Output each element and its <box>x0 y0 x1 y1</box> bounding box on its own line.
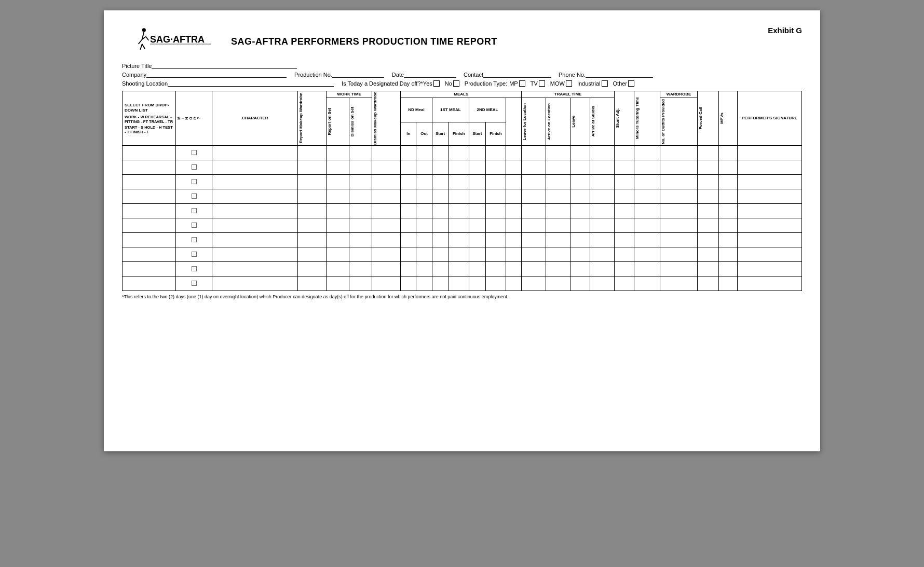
table-cell[interactable] <box>372 145 401 160</box>
table-cell[interactable] <box>634 232 660 247</box>
table-cell[interactable] <box>298 232 327 247</box>
table-cell[interactable] <box>176 145 212 160</box>
table-cell[interactable] <box>614 247 634 261</box>
table-cell[interactable] <box>449 261 469 276</box>
company-input[interactable] <box>146 71 287 78</box>
table-cell[interactable] <box>546 247 570 261</box>
table-cell[interactable] <box>546 145 570 160</box>
table-cell[interactable] <box>469 276 485 291</box>
table-cell[interactable] <box>546 203 570 218</box>
table-cell[interactable] <box>738 174 802 189</box>
table-cell[interactable] <box>698 232 719 247</box>
table-cell[interactable] <box>522 174 546 189</box>
table-cell[interactable] <box>719 247 738 261</box>
table-cell[interactable] <box>570 232 590 247</box>
table-cell[interactable] <box>212 232 298 247</box>
table-cell[interactable] <box>401 174 416 189</box>
table-cell[interactable] <box>738 247 802 261</box>
table-cell[interactable] <box>698 160 719 174</box>
table-cell[interactable] <box>738 189 802 203</box>
table-cell[interactable] <box>698 218 719 232</box>
table-cell[interactable] <box>349 189 372 203</box>
table-cell[interactable] <box>506 174 522 189</box>
table-cell[interactable] <box>570 247 590 261</box>
table-cell[interactable] <box>372 203 401 218</box>
table-cell[interactable] <box>660 174 697 189</box>
table-cell[interactable] <box>176 218 212 232</box>
table-cell[interactable] <box>416 203 432 218</box>
table-cell[interactable] <box>522 261 546 276</box>
table-cell[interactable] <box>176 203 212 218</box>
table-cell[interactable] <box>590 261 615 276</box>
table-cell[interactable] <box>298 189 327 203</box>
table-cell[interactable] <box>469 232 485 247</box>
table-cell[interactable] <box>660 232 697 247</box>
table-cell[interactable] <box>401 232 416 247</box>
table-cell[interactable] <box>176 160 212 174</box>
table-cell[interactable] <box>522 247 546 261</box>
table-cell[interactable] <box>614 189 634 203</box>
table-cell[interactable] <box>298 247 327 261</box>
table-cell[interactable] <box>416 160 432 174</box>
table-cell[interactable] <box>176 189 212 203</box>
table-cell[interactable] <box>634 174 660 189</box>
mow-checkbox[interactable] <box>566 80 572 87</box>
table-cell[interactable] <box>432 189 449 203</box>
table-cell[interactable] <box>123 232 176 247</box>
table-cell[interactable] <box>372 160 401 174</box>
table-cell[interactable] <box>123 261 176 276</box>
table-cell[interactable] <box>449 203 469 218</box>
table-cell[interactable] <box>212 203 298 218</box>
table-cell[interactable] <box>698 174 719 189</box>
table-cell[interactable] <box>485 218 506 232</box>
table-cell[interactable] <box>432 232 449 247</box>
industrial-checkbox[interactable] <box>602 80 608 87</box>
table-cell[interactable] <box>298 276 327 291</box>
table-cell[interactable] <box>506 261 522 276</box>
table-cell[interactable] <box>506 203 522 218</box>
table-cell[interactable] <box>634 276 660 291</box>
table-cell[interactable] <box>469 261 485 276</box>
table-cell[interactable] <box>570 276 590 291</box>
table-cell[interactable] <box>614 145 634 160</box>
table-cell[interactable] <box>546 276 570 291</box>
other-checkbox[interactable] <box>628 80 634 87</box>
table-cell[interactable] <box>449 160 469 174</box>
table-cell[interactable] <box>590 232 615 247</box>
table-cell[interactable] <box>327 145 349 160</box>
table-cell[interactable] <box>590 160 615 174</box>
table-cell[interactable] <box>469 218 485 232</box>
table-cell[interactable] <box>298 203 327 218</box>
table-cell[interactable] <box>485 261 506 276</box>
table-cell[interactable] <box>485 232 506 247</box>
table-cell[interactable] <box>416 261 432 276</box>
table-cell[interactable] <box>485 247 506 261</box>
table-cell[interactable] <box>698 276 719 291</box>
table-cell[interactable] <box>698 203 719 218</box>
date-input[interactable] <box>404 71 456 78</box>
table-cell[interactable] <box>212 247 298 261</box>
table-cell[interactable] <box>634 189 660 203</box>
table-cell[interactable] <box>522 276 546 291</box>
table-cell[interactable] <box>327 218 349 232</box>
table-cell[interactable] <box>349 145 372 160</box>
table-cell[interactable] <box>123 189 176 203</box>
table-cell[interactable] <box>485 160 506 174</box>
table-cell[interactable] <box>570 261 590 276</box>
table-cell[interactable] <box>506 160 522 174</box>
table-cell[interactable] <box>298 145 327 160</box>
table-cell[interactable] <box>485 145 506 160</box>
table-cell[interactable] <box>614 174 634 189</box>
table-cell[interactable] <box>372 261 401 276</box>
table-cell[interactable] <box>349 247 372 261</box>
table-cell[interactable] <box>349 218 372 232</box>
table-cell[interactable] <box>522 189 546 203</box>
table-cell[interactable] <box>469 174 485 189</box>
table-cell[interactable] <box>634 160 660 174</box>
table-cell[interactable] <box>123 174 176 189</box>
table-cell[interactable] <box>614 276 634 291</box>
table-cell[interactable] <box>176 232 212 247</box>
table-cell[interactable] <box>738 203 802 218</box>
table-cell[interactable] <box>401 145 416 160</box>
table-cell[interactable] <box>416 174 432 189</box>
